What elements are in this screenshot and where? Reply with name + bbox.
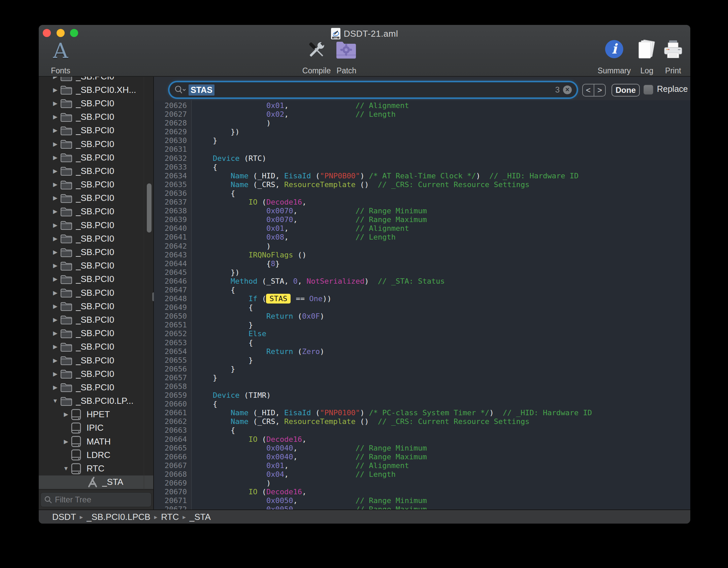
disclosure-triangle-icon[interactable]: ▶ bbox=[61, 411, 71, 418]
tree-item--sb-pci0[interactable]: ▶_SB.PCI0 bbox=[39, 367, 153, 381]
disclosure-triangle-icon[interactable]: ▶ bbox=[50, 208, 60, 215]
breadcrumb-segment--sb-pci0-lpcb[interactable]: _SB.PCI0.LPCB bbox=[87, 512, 150, 522]
find-next-button[interactable]: > bbox=[594, 84, 605, 96]
disclosure-triangle-icon[interactable]: ▶ bbox=[50, 77, 60, 80]
namespace-tree[interactable]: ▶_SB.PCI0▶_SB.PCI0.XH...▶_SB.PCI0▶_SB.PC… bbox=[39, 77, 153, 490]
disclosure-triangle-icon[interactable]: ▶ bbox=[50, 276, 60, 283]
tree-item--sb-pci0[interactable]: ▶_SB.PCI0 bbox=[39, 110, 153, 124]
disclosure-triangle-icon[interactable]: ▶ bbox=[61, 438, 71, 445]
disclosure-triangle-icon[interactable]: ▶ bbox=[50, 357, 60, 364]
disclosure-triangle-icon[interactable]: ▶ bbox=[50, 168, 60, 175]
tree-item--sb-pci0[interactable]: ▶_SB.PCI0 bbox=[39, 286, 153, 299]
disclosure-triangle-icon[interactable]: ▶ bbox=[50, 100, 60, 107]
done-button[interactable]: Done bbox=[611, 84, 640, 97]
disclosure-triangle-icon[interactable]: ▶ bbox=[50, 194, 60, 202]
disclosure-triangle-icon[interactable]: ▶ bbox=[50, 86, 60, 94]
tree-item--sta[interactable]: _STA bbox=[39, 475, 153, 489]
disclosure-triangle-icon[interactable]: ▶ bbox=[50, 222, 60, 229]
disclosure-triangle-icon[interactable]: ▶ bbox=[50, 113, 60, 120]
folder-icon bbox=[60, 126, 73, 136]
disclosure-triangle-icon[interactable]: ▶ bbox=[50, 316, 60, 323]
breadcrumb-segment-dsdt[interactable]: DSDT bbox=[52, 512, 76, 522]
line-number: 20647 bbox=[154, 286, 187, 294]
disclosure-triangle-icon[interactable]: ▶ bbox=[50, 370, 60, 378]
code-text: } bbox=[187, 365, 235, 373]
breadcrumb-segment-rtc[interactable]: RTC bbox=[161, 512, 179, 522]
tree-item--sb-pci0[interactable]: ▶_SB.PCI0 bbox=[39, 137, 153, 151]
code-line-20637: 20637 IO (Decode16, bbox=[154, 198, 690, 207]
line-number: 20648 bbox=[154, 294, 187, 303]
disclosure-triangle-icon[interactable]: ▶ bbox=[50, 235, 60, 242]
folder-icon bbox=[60, 261, 73, 271]
tree-item--sb-pci0[interactable]: ▶_SB.PCI0 bbox=[39, 151, 153, 164]
tree-item--sb-pci0[interactable]: ▶_SB.PCI0 bbox=[39, 259, 153, 273]
tree-item--sb-pci0[interactable]: ▶_SB.PCI0 bbox=[39, 124, 153, 137]
tree-item-hpet[interactable]: ▶HPET bbox=[39, 408, 153, 421]
app-window: AML DSDT-21.aml A Fonts bbox=[39, 25, 690, 524]
device-icon bbox=[71, 422, 84, 434]
disclosure-triangle-icon[interactable]: ▶ bbox=[50, 181, 60, 188]
print-label: Print bbox=[665, 66, 681, 75]
disclosure-triangle-icon[interactable]: ▶ bbox=[50, 262, 60, 269]
disclosure-triangle-icon[interactable]: ▶ bbox=[50, 127, 60, 134]
filter-tree-input[interactable]: Filter Tree bbox=[40, 492, 152, 507]
disclosure-triangle-icon[interactable]: ▶ bbox=[50, 343, 60, 350]
disclosure-triangle-icon[interactable]: ▶ bbox=[50, 249, 60, 256]
line-number: 20662 bbox=[154, 417, 187, 426]
tree-item--sb-pci0[interactable]: ▶_SB.PCI0 bbox=[39, 178, 153, 191]
line-number: 20641 bbox=[154, 233, 187, 242]
disclosure-triangle-icon[interactable]: ▶ bbox=[50, 330, 60, 337]
tree-item-math[interactable]: ▶MATH bbox=[39, 435, 153, 448]
find-prev-next-control: < > bbox=[582, 84, 606, 97]
tree-item-ipic[interactable]: IPIC bbox=[39, 421, 153, 435]
tree-item-rtc[interactable]: ▼RTC bbox=[39, 462, 153, 475]
code-editor[interactable]: 20626 0x01, // Alignment20627 0x02, // L… bbox=[154, 100, 690, 510]
tree-item-ldrc[interactable]: LDRC bbox=[39, 448, 153, 462]
code-text: 0x08, // Length bbox=[187, 233, 396, 241]
tree-item--sb-pci0[interactable]: ▶_SB.PCI0 bbox=[39, 77, 153, 83]
tree-item-label: _SB.PCI0 bbox=[76, 179, 114, 190]
disclosure-triangle-icon[interactable]: ▶ bbox=[50, 154, 60, 161]
clear-search-icon[interactable] bbox=[563, 85, 572, 94]
tree-scrollbar-thumb[interactable] bbox=[147, 183, 152, 233]
tree-item--sb-pci0-lp-[interactable]: ▼_SB.PCI0.LP... bbox=[39, 394, 153, 408]
tree-item-label: _STA bbox=[102, 477, 123, 487]
tree-item--sb-pci0[interactable]: ▶_SB.PCI0 bbox=[39, 299, 153, 313]
line-number: 20650 bbox=[154, 312, 187, 321]
disclosure-triangle-icon[interactable]: ▼ bbox=[50, 398, 60, 404]
tree-item--sb-pci0[interactable]: ▶_SB.PCI0 bbox=[39, 340, 153, 354]
tree-item--sb-pci0[interactable]: ▶_SB.PCI0 bbox=[39, 327, 153, 340]
find-input[interactable]: STAS 3 bbox=[169, 82, 577, 98]
tree-item--sb-pci0[interactable]: ▶_SB.PCI0 bbox=[39, 97, 153, 110]
tree-item--sb-pci0[interactable]: ▶_SB.PCI0 bbox=[39, 354, 153, 367]
tree-item--sb-pci0[interactable]: ▶_SB.PCI0 bbox=[39, 313, 153, 326]
tree-item--sb-pci0[interactable]: ▶_SB.PCI0 bbox=[39, 245, 153, 259]
tree-item-label: RTC bbox=[87, 463, 104, 474]
tree-item--sb-pci0[interactable]: ▶_SB.PCI0 bbox=[39, 232, 153, 245]
toolbar-fonts-button[interactable]: A Fonts bbox=[39, 40, 84, 75]
tree-item--sb-pci0-xh-[interactable]: ▶_SB.PCI0.XH... bbox=[39, 83, 153, 97]
toolbar-patch-button[interactable]: Patch bbox=[323, 40, 370, 75]
folder-icon bbox=[60, 220, 73, 230]
tree-item--sb-pci0[interactable]: ▶_SB.PCI0 bbox=[39, 191, 153, 205]
disclosure-triangle-icon[interactable]: ▶ bbox=[50, 289, 60, 296]
tree-item--sb-pci0[interactable]: ▶_SB.PCI0 bbox=[39, 381, 153, 394]
disclosure-triangle-icon[interactable]: ▶ bbox=[50, 141, 60, 148]
code-line-20631: 20631 bbox=[154, 145, 690, 154]
search-match-highlight: STAS bbox=[266, 294, 291, 304]
folder-icon bbox=[60, 180, 73, 190]
line-number: 20633 bbox=[154, 163, 187, 172]
breadcrumb-segment--sta[interactable]: _STA bbox=[190, 512, 211, 522]
line-number: 20656 bbox=[154, 365, 187, 374]
tree-item--sb-pci0[interactable]: ▶_SB.PCI0 bbox=[39, 273, 153, 286]
code-line-20650: 20650 Return (0x0F) bbox=[154, 312, 690, 321]
tree-item--sb-pci0[interactable]: ▶_SB.PCI0 bbox=[39, 205, 153, 218]
tree-item--sb-pci0[interactable]: ▶_SB.PCI0 bbox=[39, 218, 153, 232]
toolbar-print-button[interactable]: Print bbox=[650, 40, 690, 75]
disclosure-triangle-icon[interactable]: ▶ bbox=[50, 384, 60, 391]
tree-item--sb-pci0[interactable]: ▶_SB.PCI0 bbox=[39, 164, 153, 178]
replace-checkbox[interactable] bbox=[643, 85, 653, 95]
find-previous-button[interactable]: < bbox=[583, 84, 594, 96]
disclosure-triangle-icon[interactable]: ▼ bbox=[61, 465, 71, 472]
disclosure-triangle-icon[interactable]: ▶ bbox=[50, 303, 60, 310]
